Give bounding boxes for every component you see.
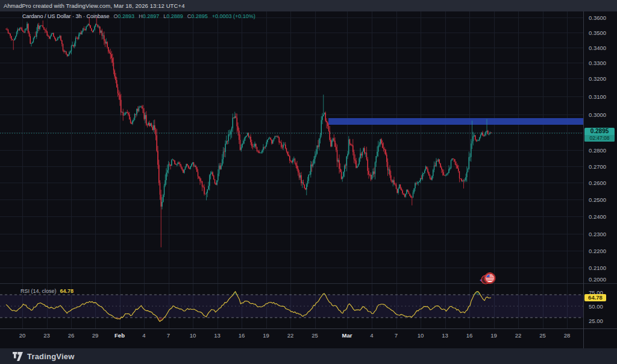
price-axis-label: 0.3000 bbox=[589, 111, 606, 118]
time-axis-label: 4 bbox=[142, 332, 145, 339]
tradingview-brand-text[interactable]: TradingView bbox=[27, 352, 75, 361]
price-axis-label: 0.2500 bbox=[589, 196, 606, 203]
tradingview-chart-window: AhmadPro created with TradingView.com, M… bbox=[0, 0, 617, 364]
time-axis-label: 16 bbox=[466, 332, 473, 339]
time-axis-label: 25 bbox=[539, 332, 546, 339]
price-axis-label: 0.2100 bbox=[589, 265, 606, 271]
time-axis-label: 23 bbox=[43, 332, 50, 339]
price-axis-label: 0.2600 bbox=[589, 180, 606, 186]
time-axis-label: 4 bbox=[370, 332, 373, 339]
time-axis-label: 19 bbox=[263, 332, 269, 339]
ohlc-close: C0.2895 bbox=[187, 13, 208, 19]
economic-event-marker[interactable] bbox=[480, 273, 495, 284]
ohlc-open: O0.2893 bbox=[114, 13, 135, 19]
candles bbox=[5, 17, 491, 248]
price-axis-label: 0.2300 bbox=[589, 231, 606, 237]
time-axis-label: 20 bbox=[19, 332, 26, 339]
rsi-value-badge: 64.78 bbox=[584, 294, 606, 301]
rsi-axis-label: 25.00 bbox=[589, 317, 603, 324]
price-axis-label: 0.3100 bbox=[589, 93, 606, 100]
price-axis-label: 0.3200 bbox=[589, 75, 606, 82]
time-axis-label: 28 bbox=[564, 332, 571, 339]
time-axis-label: 22 bbox=[287, 332, 294, 339]
time-axis-label: 7 bbox=[395, 332, 398, 339]
resistance-zone-box[interactable] bbox=[328, 118, 583, 125]
price-axis-label: 0.3500 bbox=[589, 30, 606, 36]
time-axis-label: 26 bbox=[68, 332, 75, 339]
price-axis-label: 0.2200 bbox=[589, 248, 606, 254]
time-axis-label: 10 bbox=[190, 332, 196, 339]
symbol-title: Cardano / US Dollar · 3h · Coinbase bbox=[22, 13, 110, 19]
time-axis-label: 10 bbox=[418, 332, 424, 339]
candle-countdown: 02:47:08 bbox=[584, 135, 615, 142]
time-axis-label: Mar bbox=[342, 332, 352, 339]
rsi-value: 64.78 bbox=[60, 288, 74, 294]
time-axis-label: 29 bbox=[92, 332, 99, 339]
ohlc-low: L0.2889 bbox=[163, 13, 183, 19]
tradingview-logo-icon[interactable] bbox=[13, 352, 23, 361]
current-price-value: 0.2895 bbox=[584, 128, 615, 135]
price-axis-label: 0.3300 bbox=[589, 60, 606, 66]
price-axis-label: 0.2800 bbox=[589, 147, 606, 154]
price-axis-label: 0.3600 bbox=[589, 14, 606, 21]
time-axis-label: 13 bbox=[442, 332, 448, 339]
rsi-legend[interactable]: RSI (14, close) 64.78 bbox=[20, 287, 74, 294]
price-axis-label: 0.2700 bbox=[589, 163, 606, 170]
attribution-bar: AhmadPro created with TradingView.com, M… bbox=[0, 0, 617, 11]
time-axis-label: Feb bbox=[114, 332, 125, 339]
time-axis-label: 16 bbox=[239, 332, 245, 339]
symbol-legend[interactable]: Cardano / US Dollar · 3h · Coinbase O0.2… bbox=[22, 13, 255, 20]
chart-canvas[interactable] bbox=[0, 0, 617, 364]
attribution-text: AhmadPro created with TradingView.com, M… bbox=[0, 2, 185, 9]
price-axis-label: 0.2000 bbox=[589, 276, 606, 283]
time-axis-label: 19 bbox=[490, 332, 497, 339]
footer-bar: TradingView bbox=[0, 348, 617, 364]
rsi-axis-label: 50.00 bbox=[589, 303, 603, 310]
price-axis-label: 0.2400 bbox=[589, 213, 606, 220]
price-axis-label: 0.3400 bbox=[589, 45, 606, 51]
time-axis-label: 13 bbox=[214, 332, 221, 339]
time-axis-label: 22 bbox=[515, 332, 522, 339]
time-axis-label: 7 bbox=[167, 332, 170, 339]
time-axis-label: 25 bbox=[312, 332, 318, 339]
grid bbox=[0, 11, 583, 328]
rsi-label: RSI (14, close) bbox=[20, 288, 57, 294]
price-change: +0.0003 (+0.10%) bbox=[212, 13, 255, 19]
current-price-badge: 0.2895 02:47:08 bbox=[584, 128, 615, 142]
ohlc-high: H0.2897 bbox=[139, 13, 159, 19]
